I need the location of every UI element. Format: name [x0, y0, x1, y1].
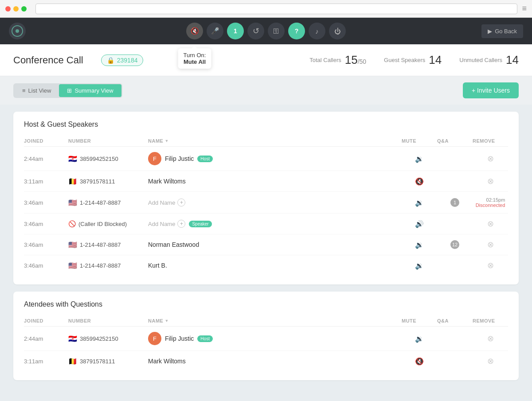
attendees-section-title: Atendees with Questions: [24, 300, 508, 308]
mute-cell[interactable]: 🔉: [402, 335, 437, 343]
logo: [9, 23, 26, 39]
add-name-icon[interactable]: +: [177, 220, 185, 228]
add-name-area[interactable]: Add Name +: [148, 199, 185, 206]
phone-number: 1-214-487-8887: [80, 262, 121, 269]
invite-users-button[interactable]: + Invite Users: [463, 82, 519, 98]
caller-name: Mark Wiltoms: [148, 358, 186, 365]
mute-all-button[interactable]: 🔇: [186, 23, 203, 39]
joined-time: 3:46am: [24, 199, 68, 206]
joined-time: 3:46am: [24, 241, 68, 248]
remove-cell[interactable]: ⊗: [473, 356, 508, 366]
total-callers-label: Total Callers: [309, 57, 341, 63]
remove-icon[interactable]: ⊗: [487, 334, 494, 343]
mute-icon[interactable]: 🔉: [415, 155, 424, 163]
mute-cell[interactable]: 🔉: [402, 261, 437, 270]
host-guest-speakers-section: Host & Guest Speakers JOINED NUMBER NAME…: [13, 112, 519, 284]
summary-view-icon: ⊞: [67, 87, 72, 94]
lock-badge[interactable]: 🔒 239184: [101, 55, 144, 66]
mute-icon[interactable]: 🔊: [415, 220, 424, 228]
caller-name: Filip Justic: [165, 155, 194, 162]
table-row: 3:46am 🇺🇸 1-214-487-8887 Add Name + 🔉 1 …: [24, 192, 508, 214]
remove-icon[interactable]: ⊗: [487, 261, 494, 270]
name-cell: Add Name +: [148, 199, 402, 206]
qa-badge[interactable]: 12: [450, 240, 459, 249]
music-button[interactable]: ♪: [309, 23, 325, 39]
tooltip-title: Turn On:: [184, 52, 206, 58]
table-row: 2:44am 🇭🇷 385994252150 F Filip Justic Ho…: [24, 327, 508, 351]
mute-icon[interactable]: 🔉: [415, 335, 424, 343]
list-view-tab[interactable]: ≡ List View: [14, 84, 59, 97]
add-name-area[interactable]: Add Name +: [148, 220, 185, 228]
remove-cell[interactable]: ⊗: [473, 219, 508, 229]
mute-cell[interactable]: 🔇: [402, 357, 437, 366]
stats-area: Total Callers 15/50 Guest Speakers 14 Un…: [309, 53, 519, 67]
summary-view-tab[interactable]: ⊞ Summary View: [59, 84, 121, 97]
speaker-badge: Speaker: [189, 221, 211, 227]
remove-cell[interactable]: ⊗: [473, 176, 508, 186]
qa-cell[interactable]: 1: [437, 198, 473, 207]
mute-icon[interactable]: 🔉: [415, 199, 424, 207]
key-button[interactable]: ⚿: [268, 23, 285, 39]
view-tabs: ≡ List View ⊞ Summary View: [13, 83, 122, 98]
avatar: F: [148, 152, 161, 165]
hamburger-icon[interactable]: ≡: [522, 4, 527, 13]
remove-icon[interactable]: ⊗: [487, 356, 494, 366]
add-name-icon[interactable]: +: [177, 199, 185, 206]
flag-icon: 🇺🇸: [68, 199, 77, 207]
callers-button[interactable]: 1: [227, 23, 244, 39]
remove-icon[interactable]: ⊗: [487, 176, 494, 186]
tooltip-action: Mute All: [184, 58, 206, 65]
close-traffic-light[interactable]: [5, 6, 11, 12]
number-cell: 🇭🇷 385994252150: [68, 155, 148, 163]
number-cell: 🇺🇸 1-214-487-8887: [68, 199, 148, 207]
power-button[interactable]: ⏻: [329, 23, 346, 39]
remove-cell[interactable]: ⊗: [473, 154, 508, 164]
flag-icon: 🇭🇷: [68, 335, 77, 343]
mute-cell[interactable]: 🔊: [402, 220, 437, 228]
minimize-traffic-light[interactable]: [13, 6, 19, 12]
url-bar[interactable]: [35, 4, 517, 14]
number-cell: 🇧🇪 38791578111: [68, 357, 148, 366]
refresh-button[interactable]: ↺: [247, 23, 264, 39]
mute-icon[interactable]: 🔉: [415, 261, 424, 270]
remove-icon[interactable]: ⊗: [487, 240, 494, 249]
mute-cell[interactable]: 🔇: [402, 177, 437, 186]
host-table-header: JOINED NUMBER NAME ▼ MUTE Q&A REMOVE: [24, 136, 508, 147]
qa-badge[interactable]: 1: [450, 198, 459, 207]
remove-cell[interactable]: ⊗: [473, 261, 508, 270]
fullscreen-traffic-light[interactable]: [21, 6, 27, 12]
mic-button[interactable]: 🎤: [207, 23, 223, 39]
help-button[interactable]: ?: [288, 23, 305, 39]
remove-icon[interactable]: ⊗: [487, 154, 494, 164]
remove-cell[interactable]: ⊗: [473, 240, 508, 249]
go-back-button[interactable]: ▶ Go Back: [481, 24, 523, 38]
total-callers-value: 15/50: [345, 53, 366, 67]
avatar: F: [148, 332, 161, 345]
name-cell: F Filip Justic Host: [148, 332, 402, 345]
guest-speakers-stat: Guest Speakers 14: [384, 53, 442, 67]
table-row: 3:11am 🇧🇪 38791578111 Mark Wiltoms 🔇 ⊗: [24, 171, 508, 192]
lock-icon: 🔒: [107, 57, 114, 64]
mute-all-icon: 🔇: [191, 27, 199, 35]
logo-inner: [12, 25, 23, 37]
mute-icon[interactable]: 🔇: [415, 357, 424, 366]
mute-icon[interactable]: 🔉: [415, 241, 424, 249]
remove-cell[interactable]: ⊗: [473, 334, 508, 343]
mute-icon[interactable]: 🔇: [415, 177, 424, 186]
name-col-header[interactable]: NAME ▼: [148, 138, 402, 144]
attendees-section: Atendees with Questions JOINED NUMBER NA…: [13, 292, 519, 380]
remove-icon[interactable]: ⊗: [487, 219, 494, 229]
mute-cell[interactable]: 🔉: [402, 155, 437, 163]
qa-col-header: Q&A: [437, 318, 473, 323]
qa-cell[interactable]: 12: [437, 240, 473, 249]
name-cell: Add Name + Speaker: [148, 220, 402, 228]
total-callers-stat: Total Callers 15/50: [309, 53, 366, 67]
table-row: 3:46am 🇺🇸 1-214-487-8887 Kurt B. 🔉 ⊗: [24, 255, 508, 276]
blocked-icon: 🚫: [68, 220, 76, 227]
name-col-header[interactable]: NAME ▼: [148, 318, 402, 323]
name-sort-arrow: ▼: [164, 319, 168, 323]
flag-icon: 🇭🇷: [68, 155, 77, 163]
mute-cell[interactable]: 🔉: [402, 241, 437, 249]
go-back-arrow-icon: ▶: [488, 28, 492, 35]
mute-cell[interactable]: 🔉: [402, 199, 437, 207]
